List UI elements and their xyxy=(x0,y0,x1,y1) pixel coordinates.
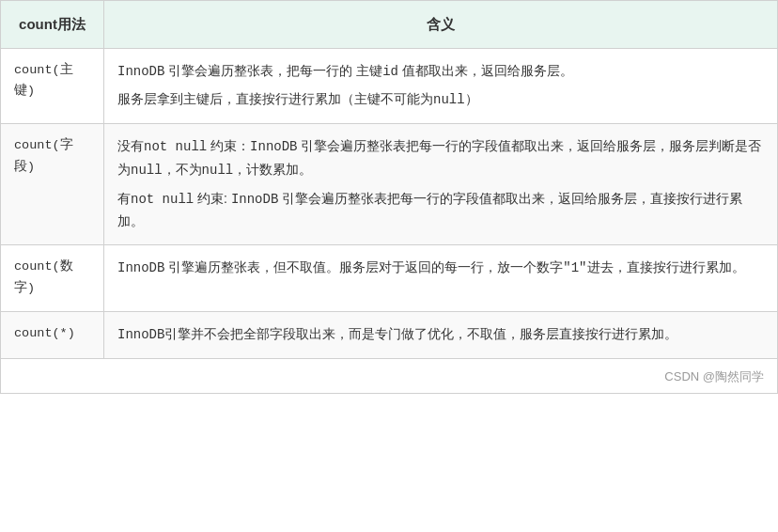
col-meaning-header: 含义 xyxy=(104,1,778,49)
table-footer: CSDN @陶然同学 xyxy=(1,358,778,393)
col-usage-header: count用法 xyxy=(1,1,104,49)
meaning-cell-0: InnoDB 引擎会遍历整张表，把每一行的 主键id 值都取出来，返回给服务层。… xyxy=(104,48,778,124)
meaning-cell-2: InnoDB 引擎遍历整张表，但不取值。服务层对于返回的每一行，放一个数字"1"… xyxy=(104,245,778,312)
usage-cell-3: count(*) xyxy=(1,312,104,359)
count-usage-table: count用法 含义 count(主键)InnoDB 引擎会遍历整张表，把每一行… xyxy=(0,0,778,394)
meaning-cell-1: 没有not null 约束：InnoDB 引擎会遍历整张表把每一行的字段值都取出… xyxy=(104,124,778,245)
usage-cell-1: count(字段) xyxy=(1,124,104,245)
usage-cell-0: count(主键) xyxy=(1,48,104,124)
usage-cell-2: count(数字) xyxy=(1,245,104,312)
meaning-cell-3: InnoDB引擎并不会把全部字段取出来，而是专门做了优化，不取值，服务层直接按行… xyxy=(104,312,778,359)
